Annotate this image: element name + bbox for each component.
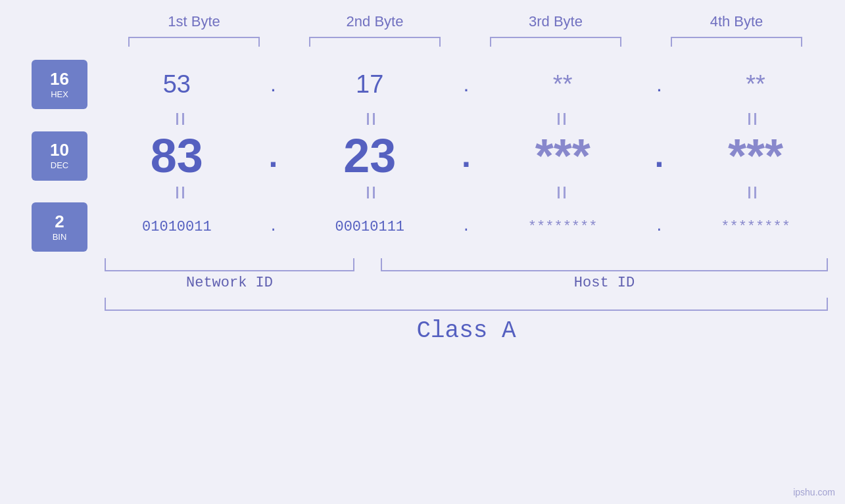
bin-base-number: 2 [55, 213, 64, 230]
bin-badge: 2 BIN [32, 202, 87, 252]
dec-b3: *** [497, 129, 629, 183]
hex-values: 53 . 17 . ** . ** [87, 70, 845, 99]
hex-b3: ** [497, 70, 629, 99]
hex-badge: 16 HEX [32, 60, 87, 109]
dec-row: 10 DEC 83 . 23 . *** . *** [0, 129, 845, 183]
dec-b2: 23 [304, 129, 435, 183]
network-id-bracket [105, 258, 354, 271]
host-id-label: Host ID [574, 275, 635, 291]
par5 [114, 187, 246, 198]
dec-b1: 83 [111, 129, 243, 183]
bin-values: 01010011 . 00010111 . ******** . *******… [87, 219, 845, 235]
bracket-b4 [671, 37, 802, 47]
byte4-header: 4th Byte [671, 13, 802, 30]
bracket-b3 [490, 37, 621, 47]
bin-b1: 01010011 [111, 219, 243, 235]
bracket-b2 [309, 37, 441, 47]
par8 [687, 187, 818, 198]
hex-dot3: . [649, 72, 669, 97]
parallel-lines-2 [105, 183, 828, 202]
hex-base-number: 16 [50, 70, 69, 87]
dec-b4: *** [690, 129, 821, 183]
host-id-section: Host ID [381, 258, 828, 291]
par7 [496, 187, 627, 198]
par6 [305, 187, 437, 198]
bottom-section: Class A [105, 298, 828, 344]
par2 [305, 113, 437, 125]
bin-row: 2 BIN 01010011 . 00010111 . ******** . *… [0, 202, 845, 252]
hex-base-label: HEX [51, 89, 68, 99]
bin-b3: ******** [497, 219, 629, 235]
par3 [496, 113, 627, 125]
hex-row: 16 HEX 53 . 17 . ** . ** [0, 60, 845, 109]
main-container: 1st Byte 2nd Byte 3rd Byte 4th Byte 16 H… [0, 0, 845, 504]
byte2-header: 2nd Byte [309, 13, 441, 30]
bin-dot2: . [456, 219, 476, 235]
bin-b4: ******** [690, 219, 821, 235]
dec-base-label: DEC [51, 160, 68, 170]
bottom-bracket [105, 298, 828, 311]
host-id-bracket [381, 258, 828, 271]
dec-values: 83 . 23 . *** . *** [87, 129, 845, 183]
network-id-section: Network ID [105, 258, 354, 291]
bracket-b1 [128, 37, 260, 47]
byte3-header: 3rd Byte [490, 13, 621, 30]
dec-dot1: . [264, 137, 283, 175]
par1 [114, 113, 246, 125]
par4 [687, 113, 818, 125]
dec-dot3: . [649, 137, 669, 175]
bin-b2: 00010111 [304, 219, 435, 235]
labels-area: Network ID Host ID [105, 258, 828, 291]
bin-base-label: BIN [53, 232, 67, 242]
bin-dot3: . [649, 219, 669, 235]
hex-b1: 53 [111, 70, 243, 99]
hex-dot2: . [456, 72, 476, 97]
dec-badge: 10 DEC [32, 131, 87, 181]
parallel-lines-1 [105, 109, 828, 129]
bin-dot1: . [264, 219, 283, 235]
watermark: ipshu.com [793, 487, 835, 497]
class-label: Class A [105, 317, 828, 344]
byte1-header: 1st Byte [128, 13, 260, 30]
hex-dot1: . [264, 72, 283, 97]
dec-base-number: 10 [50, 141, 69, 158]
hex-b2: 17 [304, 70, 435, 99]
dec-dot2: . [456, 137, 476, 175]
hex-b4: ** [690, 70, 821, 99]
byte-headers: 1st Byte 2nd Byte 3rd Byte 4th Byte [104, 13, 827, 30]
top-brackets [104, 37, 827, 47]
network-id-label: Network ID [186, 275, 273, 291]
